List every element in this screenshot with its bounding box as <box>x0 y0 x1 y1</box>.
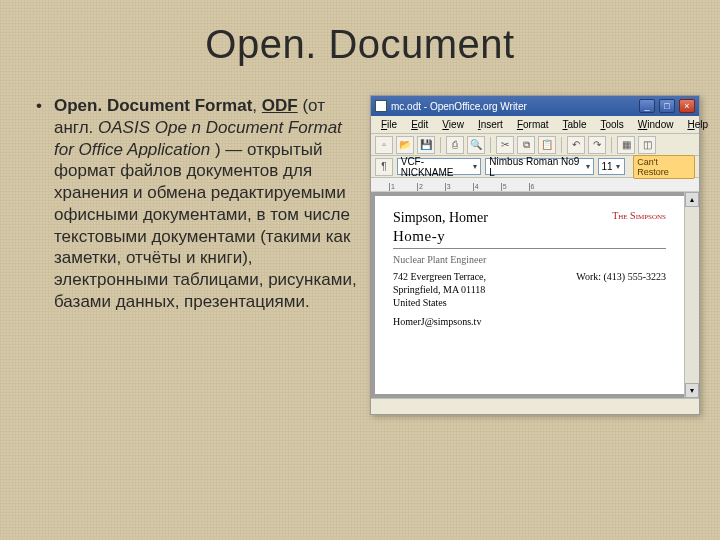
document-area: Simpson, Homer The Simpsons Home-y Nucle… <box>371 192 699 398</box>
close-button[interactable]: × <box>679 99 695 113</box>
menu-file[interactable]: File <box>375 117 403 132</box>
standard-toolbar: ▫ 📂 💾 ⎙ 🔍 ✂ ⧉ 📋 ↶ ↷ ▦ ◫ <box>371 134 699 156</box>
maximize-button[interactable]: □ <box>659 99 675 113</box>
menu-edit[interactable]: Edit <box>405 117 434 132</box>
addr-line1: 742 Evergreen Terrace, <box>393 271 486 282</box>
ruler-mark: 5 <box>501 183 507 191</box>
style-combo[interactable]: VCF-NICKNAME ▾ <box>397 158 482 175</box>
document-page[interactable]: Simpson, Homer The Simpsons Home-y Nucle… <box>375 196 684 394</box>
menu-insert[interactable]: Insert <box>472 117 509 132</box>
preview-icon[interactable]: 🔍 <box>467 136 485 154</box>
menu-view[interactable]: View <box>436 117 470 132</box>
vertical-scrollbar[interactable]: ▴ ▾ <box>684 192 699 398</box>
bullet-text: Open. Document Format, ODF (от англ. OAS… <box>54 95 364 313</box>
new-icon[interactable]: ▫ <box>375 136 393 154</box>
scroll-down-icon[interactable]: ▾ <box>685 383 699 398</box>
font-combo[interactable]: Nimbus Roman No9 L ▾ <box>485 158 593 175</box>
font-value: Nimbus Roman No9 L <box>489 156 582 178</box>
menu-format[interactable]: Format <box>511 117 555 132</box>
term-bold: Open. Document Format <box>54 96 252 115</box>
horizontal-ruler: 1 2 3 4 5 6 <box>371 178 699 192</box>
styles-icon[interactable]: ¶ <box>375 158 393 176</box>
size-combo[interactable]: 11 ▾ <box>598 158 626 175</box>
open-icon[interactable]: 📂 <box>396 136 414 154</box>
ruler-mark: 6 <box>529 183 535 191</box>
chevron-down-icon: ▾ <box>616 162 620 171</box>
ruler-mark: 1 <box>389 183 395 191</box>
work-phone: Work: (413) 555-3223 <box>576 271 666 282</box>
contact-org: The Simpsons <box>612 210 666 226</box>
plain2: ) — открытый формат файлов документов дл… <box>54 140 357 311</box>
scroll-track[interactable] <box>685 207 699 383</box>
term-odf: ODF <box>262 96 298 115</box>
bullet-dot: • <box>36 95 54 313</box>
status-bar <box>371 398 699 414</box>
menu-window[interactable]: Window <box>632 117 680 132</box>
redo-icon[interactable]: ↷ <box>588 136 606 154</box>
contact-email: HomerJ@simpsons.tv <box>393 316 481 327</box>
text-column: • Open. Document Format, ODF (от англ. O… <box>36 95 364 415</box>
menu-table[interactable]: Table <box>557 117 593 132</box>
addr-line3: United States <box>393 297 447 308</box>
chevron-down-icon: ▾ <box>586 162 590 171</box>
addr-line2: Springfield, MA 01118 <box>393 284 485 295</box>
size-value: 11 <box>602 161 613 172</box>
menu-help[interactable]: Help <box>681 117 714 132</box>
slide-body: • Open. Document Format, ODF (от англ. O… <box>0 67 720 415</box>
ruler-mark: 4 <box>473 183 479 191</box>
window-titlebar: mc.odt - OpenOffice.org Writer _ □ × <box>371 96 699 116</box>
undo-icon[interactable]: ↶ <box>567 136 585 154</box>
menu-tools[interactable]: Tools <box>594 117 629 132</box>
scroll-up-icon[interactable]: ▴ <box>685 192 699 207</box>
contact-home: Home-y <box>393 228 666 245</box>
contact-name: Simpson, Homer <box>393 210 488 226</box>
formatting-toolbar: ¶ VCF-NICKNAME ▾ Nimbus Roman No9 L ▾ 11… <box>371 156 699 178</box>
chevron-down-icon: ▾ <box>473 162 477 171</box>
menu-bar: File Edit View Insert Format Table Tools… <box>371 116 699 134</box>
bullet-item: • Open. Document Format, ODF (от англ. O… <box>36 95 364 313</box>
slide-title: Open. Document <box>0 0 720 67</box>
save-icon[interactable]: 💾 <box>417 136 435 154</box>
print-icon[interactable]: ⎙ <box>446 136 464 154</box>
paste-icon[interactable]: 📋 <box>538 136 556 154</box>
sep: , <box>252 96 261 115</box>
cut-icon[interactable]: ✂ <box>496 136 514 154</box>
doc-icon <box>375 100 387 112</box>
restore-badge: Can't Restore <box>633 155 695 179</box>
ruler-mark: 3 <box>445 183 451 191</box>
ruler-mark: 2 <box>417 183 423 191</box>
divider <box>393 248 666 249</box>
app-screenshot: mc.odt - OpenOffice.org Writer _ □ × Fil… <box>370 95 700 415</box>
chart-icon[interactable]: ◫ <box>638 136 656 154</box>
copy-icon[interactable]: ⧉ <box>517 136 535 154</box>
style-value: VCF-NICKNAME <box>401 156 471 178</box>
minimize-button[interactable]: _ <box>639 99 655 113</box>
contact-role: Nuclear Plant Engineer <box>393 254 666 265</box>
window-title: mc.odt - OpenOffice.org Writer <box>391 101 527 112</box>
table-icon[interactable]: ▦ <box>617 136 635 154</box>
